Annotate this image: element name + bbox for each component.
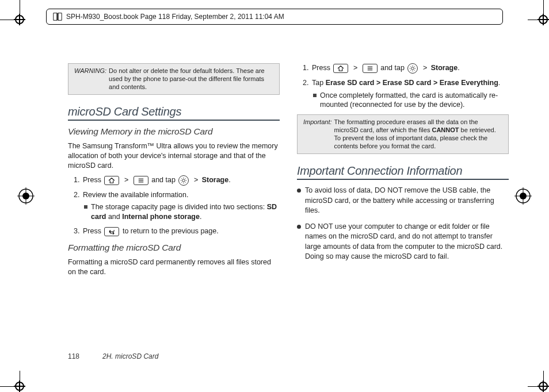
step-text: Press — [83, 227, 103, 235]
menu-key-icon — [363, 64, 378, 73]
warning-label: WARNING: — [74, 67, 106, 91]
home-key-icon — [104, 176, 119, 185]
subsection-title: Formatting the microSD Card — [68, 243, 280, 253]
left-column: WARNING: Do not alter or delete the four… — [68, 63, 280, 340]
sub-bullet: Once completely formatted, the card is a… — [312, 91, 509, 110]
svg-point-4 — [182, 179, 185, 182]
svg-point-5 — [411, 67, 414, 70]
menu-path: Storage — [431, 64, 458, 72]
steps-list: 1. Press > and tap > Storage. 2. Review … — [68, 175, 280, 237]
home-key-icon — [333, 64, 348, 73]
registration-mark — [17, 187, 35, 205]
step-number: 3. — [74, 226, 79, 237]
page-number: 118 — [68, 352, 79, 360]
section-title: microSD Card Settings — [68, 105, 280, 118]
bullet-list: To avoid loss of data, DO NOT remove the… — [297, 186, 509, 262]
subsection-title: Viewing Memory in the microSD Card — [68, 126, 280, 137]
content-area: WARNING: Do not alter or delete the four… — [68, 63, 509, 340]
step-text: to return to the previous page. — [123, 227, 219, 235]
warning-box: WARNING: Do not alter or delete the four… — [68, 63, 280, 95]
header-text: SPH-M930_Boost.book Page 118 Friday, Sep… — [66, 13, 284, 21]
step: 1. Press > and tap > Storage. — [303, 63, 509, 74]
sub-bullet: The storage capacity page is divided int… — [83, 202, 280, 222]
steps-list: 1. Press > and tap > Storage. 2. Tap Era… — [297, 63, 509, 110]
body-text: The Samsung Transform™ Ultra allows you … — [68, 141, 280, 171]
registration-mark — [514, 187, 532, 205]
step-text: Press — [312, 64, 332, 72]
step-text: Review the available information. — [83, 191, 188, 199]
body-text: Formatting a microSD card permanently re… — [68, 258, 280, 277]
important-text: The formatting procedure erases all the … — [334, 118, 502, 150]
step-text: Press — [83, 176, 103, 184]
section-rule — [297, 179, 509, 180]
step-number: 1. — [303, 63, 308, 74]
warning-text: Do not alter or delete the four default … — [109, 67, 273, 91]
chevron: > — [124, 176, 128, 184]
menu-key-icon — [134, 176, 148, 185]
chevron: > — [194, 176, 198, 184]
chevron: > — [423, 64, 427, 72]
bullet-item: DO NOT use your computer to change or ed… — [297, 222, 509, 262]
chevron: > — [353, 64, 357, 72]
settings-key-icon — [407, 63, 418, 74]
bullet-item: To avoid loss of data, DO NOT remove the… — [297, 186, 509, 216]
step-text: and tap — [151, 176, 177, 184]
section-rule — [68, 120, 280, 121]
step-text: and tap — [380, 64, 406, 72]
settings-key-icon — [178, 175, 189, 186]
chapter-label: 2H. microSD Card — [102, 352, 158, 360]
step-number: 2. — [303, 78, 308, 89]
page-footer: 118 2H. microSD Card — [68, 352, 158, 360]
menu-path: Erase SD card > Erase SD card > Erase Ev… — [326, 79, 498, 87]
back-key-icon — [104, 227, 119, 236]
step: 2. Review the available information. The… — [74, 190, 280, 222]
step-number: 1. — [74, 175, 79, 186]
step-text: Tap — [312, 79, 326, 87]
book-icon — [52, 11, 63, 22]
page-header: SPH-M930_Boost.book Page 118 Friday, Sep… — [46, 9, 503, 25]
step: 3. Press to return to the previous page. — [74, 226, 280, 237]
section-title: Important Connection Information — [297, 164, 509, 178]
menu-path: Storage — [202, 176, 229, 184]
step-number: 2. — [74, 190, 79, 201]
step: 2. Tap Erase SD card > Erase SD card > E… — [303, 78, 509, 110]
right-column: 1. Press > and tap > Storage. 2. Tap Era… — [297, 63, 509, 340]
important-label: Important: — [303, 118, 332, 150]
step: 1. Press > and tap > Storage. — [74, 175, 280, 186]
important-box: Important: The formatting procedure eras… — [297, 114, 509, 154]
